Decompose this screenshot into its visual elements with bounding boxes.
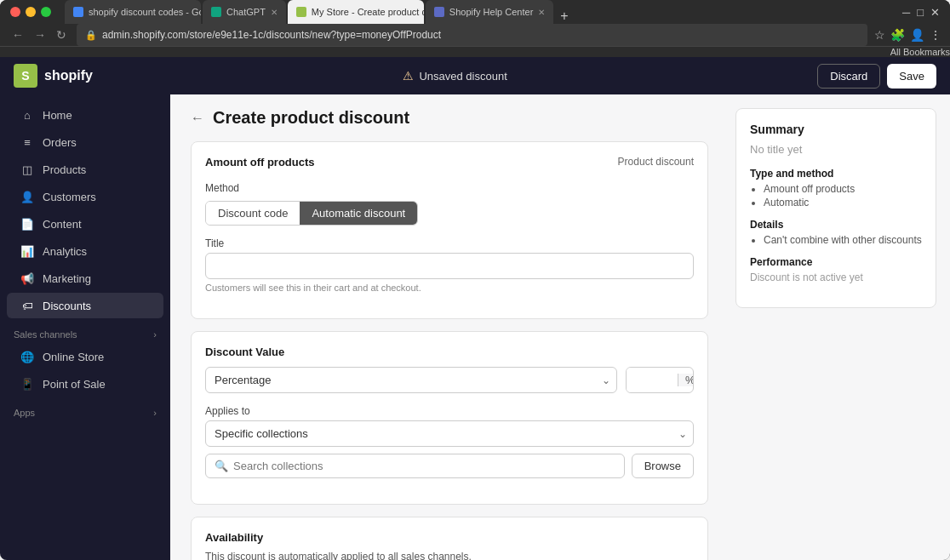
chatgpt-favicon-icon — [211, 7, 221, 17]
tab-chatgpt[interactable]: ChatGPT ✕ — [203, 0, 286, 24]
tab-shopify-active[interactable]: My Store - Create product disc... ✕ — [288, 0, 424, 24]
help-favicon-icon — [434, 7, 444, 17]
content-icon: 📄 — [20, 217, 34, 231]
bookmarks-bar: All Bookmarks — [0, 46, 950, 57]
browse-button[interactable]: Browse — [632, 454, 694, 478]
sidebar-item-home[interactable]: ⌂ Home — [7, 102, 163, 128]
summary-performance-section: Performance Discount is not active yet — [750, 256, 922, 283]
applies-to-select-wrapper: Specific collections ⌄ — [205, 420, 694, 447]
card-header-row: Amount off products Product discount — [205, 156, 694, 172]
extensions-button[interactable]: 🧩 — [890, 28, 905, 42]
customers-icon: 👤 — [20, 190, 34, 203]
header-actions: Discard Save — [817, 64, 936, 89]
back-button[interactable]: ← — [9, 26, 27, 43]
browser-toolbar: ← → ↻ 🔒 admin.shopify.com/store/e9e11e-1… — [0, 24, 950, 46]
reload-button[interactable]: ↻ — [53, 26, 70, 43]
summary-panel: Summary No title yet Type and method Amo… — [729, 94, 950, 560]
sidebar-online-store-label: Online Store — [43, 351, 104, 363]
browser-actions: ☆ 🧩 👤 ⋮ — [874, 28, 941, 42]
summary-type-method-list: Amount off products Automatic — [750, 183, 922, 209]
window-minimize-button[interactable]: ─ — [902, 6, 910, 19]
tab-help-close[interactable]: ✕ — [538, 8, 545, 17]
maximize-dot[interactable] — [41, 7, 51, 17]
profile-button[interactable]: 👤 — [910, 28, 924, 42]
window-controls — [10, 7, 51, 17]
sidebar-item-products[interactable]: ◫ Products — [7, 157, 163, 182]
summary-performance-text: Discount is not active yet — [750, 271, 922, 283]
window-close-button[interactable]: ✕ — [930, 6, 940, 19]
search-input-wrapper[interactable]: 🔍 — [205, 454, 625, 478]
sidebar-item-point-of-sale[interactable]: 📱 Point of Sale — [7, 371, 163, 397]
summary-details-list: Can't combine with other discounts — [750, 234, 922, 246]
applies-to-select[interactable]: Specific collections — [205, 420, 694, 447]
title-hint: Customers will see this in their cart an… — [205, 283, 694, 293]
discounts-icon: 🏷 — [20, 299, 34, 312]
title-input[interactable] — [205, 253, 694, 279]
search-collections-input[interactable] — [233, 460, 615, 472]
online-store-icon: 🌐 — [20, 350, 34, 363]
close-dot[interactable] — [10, 7, 20, 17]
warning-icon: ⚠ — [403, 69, 414, 83]
window-restore-button[interactable]: □ — [917, 6, 924, 19]
save-button[interactable]: Save — [887, 64, 936, 89]
sidebar-orders-label: Orders — [43, 136, 77, 149]
more-options-button[interactable]: ⋮ — [930, 28, 941, 42]
summary-details-title: Details — [750, 219, 922, 231]
availability-text: This discount is automatically applied t… — [205, 551, 694, 560]
sidebar-item-discounts[interactable]: 🏷 Discounts — [7, 293, 163, 318]
forward-button[interactable]: → — [31, 26, 49, 43]
search-icon: 🔍 — [215, 460, 228, 472]
amount-off-products-card: Amount off products Product discount Met… — [191, 141, 708, 319]
discard-button[interactable]: Discard — [817, 64, 880, 89]
summary-type-item-2: Automatic — [764, 197, 922, 209]
percentage-value-input[interactable] — [627, 368, 678, 392]
sidebar: ⌂ Home ≡ Orders ◫ Products 👤 Customers 📄 — [0, 94, 170, 560]
minimize-dot[interactable] — [26, 7, 36, 17]
sales-channels-section: Sales channels › — [0, 319, 170, 343]
summary-performance-title: Performance — [750, 256, 922, 268]
new-tab-button[interactable]: + — [555, 9, 573, 24]
sidebar-item-marketing[interactable]: 📢 Marketing — [7, 266, 163, 291]
sidebar-item-analytics[interactable]: 📊 Analytics — [7, 238, 163, 264]
title-label: Title — [205, 237, 694, 249]
sidebar-marketing-label: Marketing — [43, 272, 91, 285]
browser-titlebar: shopify discount codes - Goog... ✕ ChatG… — [0, 0, 950, 24]
summary-no-title: No title yet — [750, 143, 922, 156]
apps-expand-icon[interactable]: › — [153, 408, 157, 418]
discount-value-row: Percentage ⌄ % — [205, 367, 694, 393]
method-label: Method — [205, 182, 694, 194]
percentage-symbol: % — [678, 374, 694, 386]
sales-channels-label: Sales channels — [14, 329, 77, 340]
shopify-header: S shopify ⚠ Unsaved discount Discard Sav… — [0, 57, 950, 94]
percentage-select-wrapper: Percentage ⌄ — [205, 367, 617, 393]
sidebar-customers-label: Customers — [43, 191, 96, 203]
tab-google[interactable]: shopify discount codes - Goog... ✕ — [65, 0, 201, 24]
sidebar-item-content[interactable]: 📄 Content — [7, 211, 163, 237]
sidebar-item-customers[interactable]: 👤 Customers — [7, 184, 163, 209]
apps-label: Apps — [14, 408, 35, 418]
tab-chatgpt-close[interactable]: ✕ — [271, 8, 278, 17]
analytics-icon: 📊 — [20, 244, 34, 258]
bookmark-button[interactable]: ☆ — [874, 28, 885, 42]
sidebar-analytics-label: Analytics — [43, 245, 87, 258]
discount-value-label: Discount Value — [205, 346, 694, 358]
percentage-select[interactable]: Percentage — [205, 367, 617, 393]
sidebar-item-orders[interactable]: ≡ Orders — [7, 129, 163, 155]
sidebar-item-online-store[interactable]: 🌐 Online Store — [7, 344, 163, 369]
tab-shopify-label: My Store - Create product disc... — [312, 7, 424, 17]
browser-tabs: shopify discount codes - Goog... ✕ ChatG… — [65, 0, 889, 24]
tab-chatgpt-label: ChatGPT — [226, 7, 266, 17]
tab-help[interactable]: Shopify Help Center ✕ — [426, 0, 553, 24]
address-bar[interactable]: 🔒 admin.shopify.com/store/e9e11e-1c/disc… — [77, 24, 867, 46]
discount-code-button[interactable]: Discount code — [206, 202, 300, 225]
app-area: S shopify ⚠ Unsaved discount Discard Sav… — [0, 57, 950, 560]
products-icon: ◫ — [20, 163, 34, 176]
search-row: 🔍 Browse — [205, 454, 694, 478]
browser-window: shopify discount codes - Goog... ✕ ChatG… — [0, 0, 950, 560]
sales-channels-expand-icon[interactable]: › — [153, 329, 157, 340]
sidebar-content-label: Content — [43, 218, 82, 231]
shopify-favicon-icon — [296, 7, 306, 17]
automatic-discount-button[interactable]: Automatic discount — [300, 202, 417, 225]
apps-section: Apps › — [0, 397, 170, 421]
back-button[interactable]: ← — [191, 111, 204, 126]
